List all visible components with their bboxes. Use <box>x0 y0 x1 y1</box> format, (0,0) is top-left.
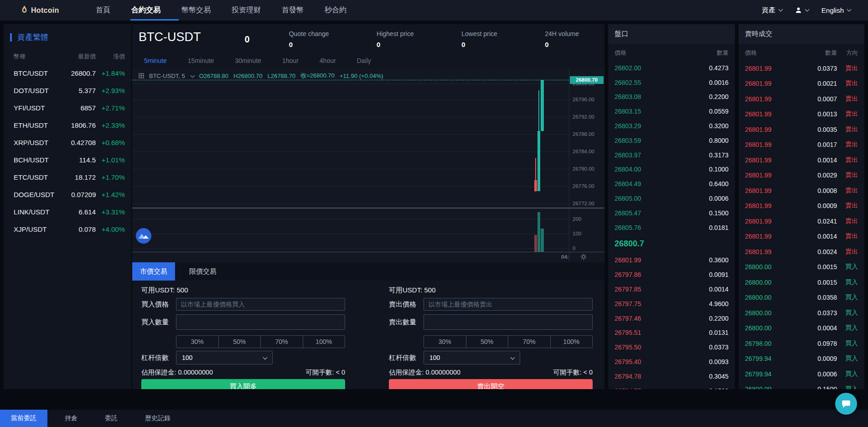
buy-price-input[interactable] <box>176 298 345 311</box>
orderbook-bid-row[interactable]: 26797.850.0014 <box>608 282 735 297</box>
sell-percent-70%[interactable]: 70% <box>508 335 551 348</box>
timeframe-tab-30minute[interactable]: 30minute <box>235 57 261 70</box>
price-axis-label: 26780.00 <box>573 166 594 172</box>
bottom-tab-3[interactable]: 歷史記錄 <box>135 410 181 427</box>
sell-percent-30%[interactable]: 30% <box>424 335 466 348</box>
sell-amount-input[interactable] <box>424 314 593 330</box>
timeframe-tab-1hour[interactable]: 1hour <box>282 57 299 70</box>
watchlist-row[interactable]: XRP/USDT0.42708+0.68% <box>4 134 131 151</box>
trade-price: 26801.99 <box>745 65 795 72</box>
watchlist-row[interactable]: XJP/USDT0.078+4.00% <box>4 220 131 238</box>
orderbook-bid-row[interactable]: 26801.990.3600 <box>608 253 735 268</box>
trade-quantity: 0.1500 <box>795 385 837 389</box>
orderbook-ask-row[interactable]: 26805.000.0006 <box>608 191 735 206</box>
orderbook-ask-row[interactable]: 26802.550.0016 <box>608 75 735 90</box>
buy-available-balance: 可用USDT: 500 <box>141 286 345 294</box>
order-type-tab-1[interactable]: 限價交易 <box>181 262 224 281</box>
orderbook-bid-row[interactable]: 26797.860.0091 <box>608 267 735 282</box>
nav-item-3[interactable]: 投资理财 <box>232 0 261 21</box>
sell-price-input[interactable] <box>424 298 593 311</box>
sell-percent-50%[interactable]: 50% <box>466 335 509 348</box>
assets-menu[interactable]: 資產 <box>762 6 782 15</box>
buy-amount-input[interactable] <box>176 314 345 330</box>
bottom-tab-1[interactable]: 持倉 <box>55 410 88 427</box>
ohlc-symbol[interactable]: BTC-USDT, 5 <box>149 73 185 79</box>
pair-name: DOT/USDT <box>14 87 54 94</box>
tradingview-logo[interactable] <box>135 228 152 244</box>
squared-plus-icon[interactable] <box>139 73 144 78</box>
pane-separator[interactable] <box>132 208 604 208</box>
buy-percent-70%[interactable]: 70% <box>261 335 303 348</box>
user-menu[interactable] <box>795 7 809 14</box>
bottom-tab-0[interactable]: 當前委託 <box>0 410 47 427</box>
watchlist-row[interactable]: ETC/USDT18.172+1.70% <box>4 168 131 186</box>
pair-price: 1806.76 <box>54 121 96 129</box>
nav-item-1[interactable]: 合約交易 <box>131 0 160 21</box>
orderbook-ask-row[interactable]: 26803.970.3173 <box>608 148 735 162</box>
watchlist-row[interactable]: LINK/USDT6.614+3.31% <box>4 203 131 220</box>
orderbook-ask-row[interactable]: 26803.080.2200 <box>608 90 735 104</box>
buy-submit-button[interactable]: 買入開多 <box>141 379 345 389</box>
volume-bar <box>537 212 540 252</box>
orderbook-ask-row[interactable]: 26804.490.6400 <box>608 177 735 191</box>
orderbook-ask-row[interactable]: 26805.470.1500 <box>608 206 735 220</box>
orderbook-ask-row[interactable]: 26803.290.3200 <box>608 119 735 133</box>
watchlist-row[interactable]: ETH/USDT1806.76+2.33% <box>4 116 131 134</box>
orderbook-bid-row[interactable]: 26797.460.2200 <box>608 311 735 326</box>
nav-item-2[interactable]: 幣幣交易 <box>181 0 211 21</box>
orderbook-ask-row[interactable]: 26802.000.4273 <box>608 61 735 75</box>
timeframe-tab-5minute[interactable]: 5minute <box>144 57 167 70</box>
watchlist-row[interactable]: DOGE/USDT0.07209+1.42% <box>4 186 131 203</box>
buy-percent-30%[interactable]: 30% <box>176 335 219 348</box>
trade-side: 賣出 <box>837 217 858 225</box>
buy-leverage-select[interactable]: 100 <box>176 351 273 365</box>
ask-price: 26805.00 <box>615 195 641 202</box>
price-axis-label: 26796.00 <box>573 97 594 102</box>
candlestick-chart[interactable]: BTC-USDT, 5 O26788.80 H26800.70 L26788.7… <box>132 68 604 262</box>
watchlist-rows: BTC/USDT26800.7+1.84%DOT/USDT5.377+2.93%… <box>4 64 131 238</box>
chevron-down-icon[interactable] <box>190 73 195 78</box>
trade-quantity: 0.0029 <box>795 172 837 179</box>
timeframe-tab-15minute[interactable]: 15minute <box>188 57 214 70</box>
language-menu[interactable]: English <box>822 6 851 14</box>
orderbook-bid-row[interactable]: 26795.500.0373 <box>608 340 735 354</box>
buy-leverage-value: 100 <box>182 354 192 361</box>
nav-item-4[interactable]: 首發幣 <box>282 0 304 21</box>
buy-amount-label: 買入數量 <box>141 318 176 327</box>
bottom-tab-2[interactable]: 委託 <box>95 410 128 427</box>
sell-margin-row: 佔用保證金: 0.00000000可開手數: < 0 <box>389 368 593 375</box>
chevron-down-icon <box>263 355 268 359</box>
watchlist-row[interactable]: BCH/USDT114.5+1.01% <box>4 151 131 168</box>
orderbook-bid-row[interactable]: 26797.754.9600 <box>608 297 735 311</box>
orderbook-bid-row[interactable]: 26795.510.0131 <box>608 326 735 340</box>
order-type-tab-0[interactable]: 市價交易 <box>132 262 175 281</box>
brand-logo[interactable]: Hotcoin <box>21 5 89 16</box>
nav-item-0[interactable]: 首頁 <box>96 0 110 21</box>
buy-price-label: 買入價格 <box>141 300 176 309</box>
orderbook-ask-row[interactable]: 26803.150.0559 <box>608 104 735 119</box>
user-icon <box>795 7 802 14</box>
watchlist-row[interactable]: BTC/USDT26800.7+1.84% <box>4 64 131 82</box>
orderbook-ask-row[interactable]: 26804.000.1000 <box>608 162 735 177</box>
ask-price: 26804.49 <box>615 180 641 187</box>
orderbook-ask-row[interactable]: 26803.590.8000 <box>608 133 735 148</box>
buy-percent-50%[interactable]: 50% <box>219 335 261 348</box>
watchlist-row[interactable]: YFI/USDT6857+2.71% <box>4 99 131 116</box>
trade-price: 26801.99 <box>745 126 795 133</box>
sell-submit-button[interactable]: 賣出開空 <box>389 379 593 389</box>
orderbook-bid-row[interactable]: 26794.770.1500 <box>608 384 735 389</box>
sell-leverage-select[interactable]: 100 <box>424 351 520 365</box>
gridline <box>132 117 569 117</box>
orderbook-bid-row[interactable]: 26794.780.3045 <box>608 369 735 384</box>
trade-side: 買入 <box>837 309 858 317</box>
chart-settings-gear-icon[interactable] <box>580 253 587 262</box>
sell-percent-100%[interactable]: 100% <box>551 335 593 348</box>
orderbook-bid-row[interactable]: 26795.400.0093 <box>608 354 735 369</box>
timeframe-tab-Daily[interactable]: Daily <box>357 57 371 70</box>
chat-support-button[interactable] <box>835 393 857 415</box>
nav-item-5[interactable]: 秒合約 <box>325 0 346 21</box>
timeframe-tab-4hour[interactable]: 4hour <box>320 57 336 70</box>
buy-percent-100%[interactable]: 100% <box>303 335 346 348</box>
watchlist-row[interactable]: DOT/USDT5.377+2.93% <box>4 82 131 99</box>
orderbook-ask-row[interactable]: 26805.760.0181 <box>608 220 735 235</box>
